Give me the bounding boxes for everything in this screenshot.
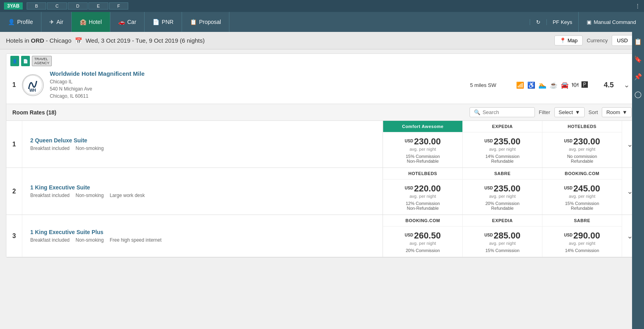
restaurant-icon: 🍽	[572, 81, 578, 89]
room-row-1: 1 2 Queen Deluxe Suite Breakfast include…	[6, 121, 638, 168]
tab-d[interactable]: D	[68, 2, 88, 10]
provider-hotelbeds-1: HOTELBEDS	[542, 121, 622, 132]
price-body-comfort: USD230.00 avg. per night 15% Commission …	[383, 132, 462, 167]
hotel-amenities: 📶 ♿ 🏊 ☕ 🚘 🍽 🅿	[516, 81, 588, 89]
nav-pnr[interactable]: 📄 PNR	[145, 12, 182, 32]
provider-booking-2: BOOKING.COM	[542, 168, 622, 179]
nav-manual-command[interactable]: ▣ Manual Command	[578, 12, 644, 32]
hotel-rating: 4.5	[604, 81, 614, 89]
badge-travel-agency: TRAVELAGENCY	[32, 56, 52, 66]
profile-icon: 👤	[8, 19, 15, 25]
room-number-2: 2	[6, 168, 22, 215]
tab-e[interactable]: E	[88, 2, 108, 10]
hotel-number: 1	[12, 81, 16, 89]
search-input[interactable]	[483, 109, 530, 115]
app-menu[interactable]: ⋮	[635, 3, 640, 9]
top-tabs: B C D E F	[27, 2, 635, 10]
car2-icon: 🚘	[561, 81, 569, 89]
top-bar: 3YAB B C D E F ⋮	[0, 0, 644, 12]
room-name-2: 1 King Executive Suite	[30, 184, 374, 191]
accessibility-icon: ♿	[527, 81, 535, 89]
price-body-booking-2: USD245.00 avg. per night 15% Commission …	[542, 179, 622, 215]
map-button[interactable]: 📍 Map	[554, 35, 583, 45]
sort-select[interactable]: Room ▼	[602, 107, 632, 117]
page-title: Hotels in ORD - Chicago 📅 Wed, 3 Oct 201…	[6, 37, 550, 44]
sidebar-circle-icon[interactable]: ◯	[632, 89, 644, 100]
room-number-1: 1	[6, 121, 22, 167]
nav-car-label: Car	[127, 19, 137, 25]
price-body-hotelbeds-2: USD220.00 avg. per night 12% Commission …	[383, 179, 462, 215]
proposal-icon: 📋	[190, 19, 197, 25]
price-col-booking-2: BOOKING.COM USD245.00 avg. per night 15%…	[542, 168, 622, 215]
nav-profile-label: Profile	[17, 19, 33, 25]
price-col-expedia-1: EXPEDIA USD235.00 avg. per night 14% Com…	[462, 121, 542, 167]
map-pin-icon: 📍	[560, 37, 566, 43]
tab-b[interactable]: B	[27, 2, 46, 10]
tab-c[interactable]: C	[47, 2, 67, 10]
nav-pnr-label: PNR	[162, 19, 174, 25]
price-col-sabre-2: SABRE USD235.00 avg. per night 20% Commi…	[462, 168, 542, 215]
room-name-3: 1 King Executive Suite Plus	[30, 229, 374, 235]
room-features-1: Breakfast included Non-smoking	[30, 146, 374, 151]
nav-proposal[interactable]: 📋 Proposal	[182, 12, 229, 32]
provider-sabre-3: SABRE	[542, 215, 622, 227]
room-rates-title: Room Rates (18)	[12, 109, 466, 116]
nav-proposal-label: Proposal	[199, 19, 221, 25]
provider-comfort: Comfort Awesome	[383, 121, 462, 132]
room-features-2: Breakfast included Non-smoking Large wor…	[30, 193, 374, 198]
check-out-date: Tue, 9 Oct 2019	[135, 37, 178, 44]
price-body-sabre-2: USD235.00 avg. per night 20% Commission …	[463, 179, 542, 215]
price-body-booking-3: USD260.50 avg. per night 20% Commission	[383, 227, 462, 257]
nav-pfkeys[interactable]: PF Keys	[546, 19, 578, 25]
wifi-icon: 📶	[516, 81, 524, 89]
page-header: Hotels in ORD - Chicago 📅 Wed, 3 Oct 201…	[0, 32, 644, 49]
search-box[interactable]: 🔍	[470, 107, 535, 117]
price-col-comfort: Comfort Awesome USD230.00 avg. per night…	[383, 121, 462, 167]
nav-right: ↻ PF Keys ▣ Manual Command	[530, 12, 644, 32]
nav-hotel-label: Hotel	[89, 19, 102, 25]
hotel-badges: 👤 📄 TRAVELAGENCY	[6, 54, 638, 66]
nav-air-label: Air	[57, 19, 63, 25]
room-number-3: 3	[6, 215, 22, 257]
nav-profile[interactable]: 👤 Profile	[0, 12, 41, 32]
svg-text:WH: WH	[29, 88, 36, 93]
search-icon: 🔍	[474, 109, 480, 115]
price-body-sabre-3: USD290.00 avg. per night 14% Commission	[542, 227, 622, 257]
nav-car[interactable]: 🚗 Car	[110, 12, 145, 32]
hotel-name: Worldwide Hotel Magnificent Mile	[50, 70, 458, 77]
sort-label: Sort	[589, 109, 598, 115]
pool-icon: 🏊	[538, 81, 546, 89]
sidebar-clipboard-icon[interactable]: 📋	[632, 36, 644, 47]
room-name-1: 2 Queen Deluxe Suite	[30, 137, 374, 144]
check-in-date: Wed, 3 Oct 2019	[86, 37, 130, 44]
sidebar-pin-icon[interactable]: 📌	[632, 71, 644, 83]
nav-air[interactable]: ✈ Air	[41, 12, 72, 32]
provider-sabre-2: SABRE	[463, 168, 542, 179]
room-desc-1: 2 Queen Deluxe Suite Breakfast included …	[22, 121, 382, 167]
room-row-2: 2 1 King Executive Suite Breakfast inclu…	[6, 168, 638, 215]
price-body-hotelbeds-1: USD230.00 avg. per night No commission R…	[542, 132, 622, 167]
room-prices-3: BOOKING.COM USD260.50 avg. per night 20%…	[382, 215, 622, 257]
coffee-icon: ☕	[550, 81, 558, 89]
sidebar-bookmark-icon[interactable]: 🔖	[632, 53, 644, 65]
parking-icon: 🅿	[581, 81, 588, 89]
nights-count: 6 nights	[182, 37, 203, 44]
hotel-expand-button[interactable]: ⌄	[622, 79, 632, 91]
price-col-hotelbeds-2: HOTELBEDS USD220.00 avg. per night 12% C…	[383, 168, 462, 215]
room-prices-2: HOTELBEDS USD220.00 avg. per night 12% C…	[382, 168, 622, 215]
room-rates-header: Room Rates (18) 🔍 Filter Select ▼ Sort R…	[6, 104, 638, 121]
room-features-3: Breakfast included Non-smoking Free high…	[30, 237, 374, 243]
pnr-icon: 📄	[153, 19, 159, 25]
price-body-expedia-3: USD285.00 avg. per night 15% Commission	[463, 227, 542, 257]
hotel-card: 👤 📄 TRAVELAGENCY 1 WH Worldwide Hotel Ma…	[6, 53, 638, 258]
hotel-details: Worldwide Hotel Magnificent Mile Chicago…	[50, 70, 458, 100]
app-id: 3YAB	[4, 2, 23, 10]
room-row-3: 3 1 King Executive Suite Plus Breakfast …	[6, 215, 638, 257]
filter-select[interactable]: Select ▼	[554, 107, 585, 117]
nav-hotel[interactable]: 🏨 Hotel	[72, 12, 110, 32]
nav-history[interactable]: ↻	[530, 19, 546, 25]
nav-bar: 👤 Profile ✈ Air 🏨 Hotel 🚗 Car 📄 PNR 📋 Pr…	[0, 12, 644, 32]
tab-f[interactable]: F	[109, 2, 129, 10]
city-name: Chicago	[49, 37, 71, 44]
car-icon: 🚗	[118, 19, 125, 25]
